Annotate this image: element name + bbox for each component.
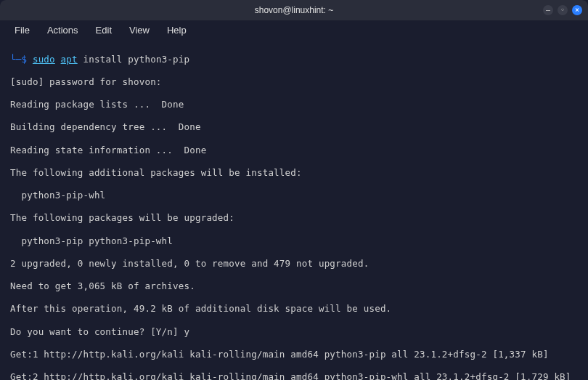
menu-actions[interactable]: Actions bbox=[40, 23, 86, 37]
output-line: The following additional packages will b… bbox=[10, 167, 581, 179]
close-button[interactable]: × bbox=[572, 5, 582, 15]
menu-edit[interactable]: Edit bbox=[89, 23, 119, 37]
maximize-button[interactable]: ◦ bbox=[558, 5, 568, 15]
output-line: Reading state information ... Done bbox=[10, 145, 581, 156]
output-line: Get:2 http://http.kali.org/kali kali-rol… bbox=[10, 371, 581, 380]
cmd-rest: install python3-pip bbox=[78, 54, 190, 65]
prompt-dollar: $ bbox=[21, 54, 27, 65]
output-line: Reading package lists ... Done bbox=[10, 99, 581, 110]
cmd-sudo: sudo bbox=[33, 54, 55, 65]
menu-help[interactable]: Help bbox=[160, 23, 194, 37]
titlebar: shovon@linuxhint: ~ – ◦ × bbox=[0, 0, 588, 20]
minimize-button[interactable]: – bbox=[543, 5, 553, 15]
prompt-line: └─$ sudo apt install python3-pip bbox=[10, 54, 581, 65]
output-line: Building dependency tree ... Done bbox=[10, 121, 581, 133]
output-line: Get:1 http://http.kali.org/kali kali-rol… bbox=[10, 349, 581, 360]
output-line: 2 upgraded, 0 newly installed, 0 to remo… bbox=[10, 258, 581, 270]
window-title: shovon@linuxhint: ~ bbox=[0, 5, 588, 15]
output-line: python3-pip-whl bbox=[10, 190, 581, 201]
output-line: [sudo] password for shovon: bbox=[10, 76, 581, 88]
output-line: After this operation, 49.2 kB of additio… bbox=[10, 303, 581, 315]
output-line: Need to get 3,065 kB of archives. bbox=[10, 280, 581, 292]
output-line: The following packages will be upgraded: bbox=[10, 212, 581, 224]
window-controls: – ◦ × bbox=[543, 5, 582, 15]
menubar: File Actions Edit View Help bbox=[0, 20, 588, 39]
cmd-apt: apt bbox=[61, 54, 78, 65]
output-line: python3-pip python3-pip-whl bbox=[10, 235, 581, 247]
output-line: Do you want to continue? [Y/n] y bbox=[10, 326, 581, 338]
prompt-symbol: └─ bbox=[10, 54, 21, 65]
menu-view[interactable]: View bbox=[122, 23, 157, 37]
terminal-output[interactable]: └─$ sudo apt install python3-pip [sudo] … bbox=[0, 39, 588, 380]
menu-file[interactable]: File bbox=[7, 23, 37, 37]
